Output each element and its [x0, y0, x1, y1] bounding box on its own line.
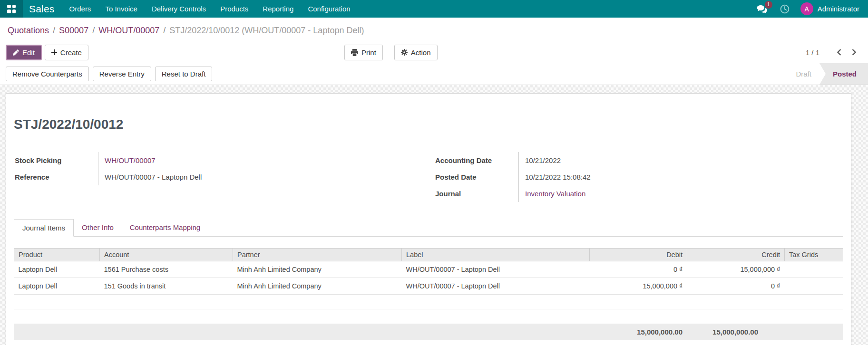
notebook-tabs: Journal Items Other Info Counterparts Ma…	[14, 219, 843, 237]
field-posted-date: Posted Date 10/21/2022 15:08:42	[434, 169, 843, 185]
messages-count-badge: 1	[765, 1, 772, 9]
field-journal: Journal Inventory Valuation	[434, 185, 843, 202]
action-button[interactable]: Action	[394, 45, 438, 60]
cell-credit: 0 ₫	[687, 278, 785, 294]
odoo-window: Sales Orders To Invoice Delivery Control…	[0, 0, 868, 345]
cell-label: WH/OUT/00007 - Laptopn Dell	[402, 261, 590, 278]
status-posted[interactable]: Posted	[819, 63, 868, 85]
cell-partner: Minh Anh Limited Company	[233, 278, 402, 294]
pencil-icon	[13, 49, 19, 56]
empty-cell	[14, 294, 843, 309]
cell-tax-grids	[785, 278, 843, 294]
accounting-date-value: 10/21/2022	[519, 152, 561, 169]
create-button[interactable]: Create	[45, 45, 88, 60]
column-header-debit[interactable]: Debit	[590, 248, 687, 261]
chevron-right-icon	[851, 48, 857, 56]
table-empty-row[interactable]	[14, 294, 843, 309]
cell-debit: 15,000,000 ₫	[590, 278, 687, 294]
column-header-tax-grids[interactable]: Tax Grids	[785, 248, 843, 261]
stock-picking-link[interactable]: WH/OUT/00007	[98, 152, 156, 169]
reset-to-draft-button[interactable]: Reset to Draft	[155, 67, 213, 81]
field-groups: Stock Picking WH/OUT/00007 Reference WH/…	[14, 152, 843, 202]
column-header-credit[interactable]: Credit	[687, 248, 785, 261]
activities-button[interactable]	[774, 0, 796, 18]
print-button[interactable]: Print	[344, 45, 383, 60]
field-label: Posted Date	[434, 169, 519, 185]
user-name[interactable]: Administrator	[813, 5, 862, 13]
column-header-label[interactable]: Label	[402, 248, 590, 261]
breadcrumb: Quotations / S00007 / WH/OUT/00007 / STJ…	[0, 18, 868, 41]
topnav-item-configuration[interactable]: Configuration	[301, 0, 357, 18]
totals-row: 15,000,000.00 15,000,000.00	[14, 324, 843, 340]
cell-product: Laptopn Dell	[14, 261, 100, 278]
cell-credit: 15,000,000 ₫	[687, 261, 785, 278]
plus-icon	[51, 49, 57, 55]
printer-icon	[351, 49, 358, 56]
cell-partner: Minh Anh Limited Company	[233, 261, 402, 278]
cell-label: WH/OUT/00007 - Laptopn Dell	[402, 278, 590, 294]
breadcrumb-quotations[interactable]: Quotations	[8, 26, 49, 36]
cell-account: 1561 Purchase costs	[100, 261, 233, 278]
column-header-account[interactable]: Account	[100, 248, 233, 261]
cell-product: Laptopn Dell	[14, 278, 100, 294]
topnav-item-reporting[interactable]: Reporting	[255, 0, 301, 18]
field-stock-picking: Stock Picking WH/OUT/00007	[14, 152, 423, 169]
record-action-buttons: Print Action	[344, 45, 438, 60]
edit-button[interactable]: Edit	[6, 45, 42, 60]
breadcrumb-separator: /	[88, 26, 98, 36]
form-view-background: STJ/2022/10/0012 Stock Picking WH/OUT/00…	[0, 85, 868, 345]
topnav-item-orders[interactable]: Orders	[62, 0, 98, 18]
statusbar: Draft Posted	[788, 63, 868, 85]
user-avatar[interactable]: A	[800, 2, 813, 15]
clock-icon	[780, 4, 790, 14]
create-button-label: Create	[60, 48, 82, 57]
pager-previous-button[interactable]	[832, 47, 847, 58]
tab-journal-items[interactable]: Journal Items	[14, 219, 74, 237]
apps-grid-icon	[7, 5, 16, 13]
table-row[interactable]: Laptopn Dell 1561 Purchase costs Minh An…	[14, 261, 843, 278]
journal-link[interactable]: Inventory Valuation	[519, 185, 585, 202]
chevron-left-icon	[837, 48, 842, 56]
cell-account: 151 Goods in transit	[100, 278, 233, 294]
cell-tax-grids	[785, 261, 843, 278]
status-draft[interactable]: Draft	[788, 63, 819, 85]
apps-menu-button[interactable]	[0, 0, 23, 18]
breadcrumb-separator: /	[159, 26, 169, 36]
field-label: Journal	[434, 185, 519, 202]
action-button-label: Action	[411, 48, 431, 57]
reverse-entry-button[interactable]: Reverse Entry	[93, 67, 151, 81]
pager-count: 1 / 1	[806, 48, 819, 57]
page-title: STJ/2022/10/0012	[14, 117, 843, 132]
breadcrumb-s00007[interactable]: S00007	[59, 26, 88, 36]
field-reference: Reference WH/OUT/00007 - Laptopn Dell	[14, 169, 423, 185]
field-label: Accounting Date	[434, 152, 519, 169]
column-header-product[interactable]: Product	[14, 248, 100, 261]
field-label: Stock Picking	[14, 152, 98, 169]
edit-button-label: Edit	[22, 48, 35, 57]
topnav-item-products[interactable]: Products	[213, 0, 255, 18]
tab-counterparts-mapping[interactable]: Counterparts Mapping	[122, 219, 208, 236]
total-debit: 15,000,000.00	[589, 324, 687, 340]
topnav-item-delivery-controls[interactable]: Delivery Controls	[145, 0, 213, 18]
top-navbar: Sales Orders To Invoice Delivery Control…	[0, 0, 868, 18]
form-sheet: STJ/2022/10/0012 Stock Picking WH/OUT/00…	[6, 93, 851, 345]
field-group-right: Accounting Date 10/21/2022 Posted Date 1…	[434, 152, 843, 202]
pager: 1 / 1	[806, 47, 861, 58]
column-header-partner[interactable]: Partner	[233, 248, 402, 261]
breadcrumb-separator: /	[49, 26, 59, 36]
cell-debit: 0 ₫	[590, 261, 687, 278]
top-menu: Orders To Invoice Delivery Controls Prod…	[62, 0, 358, 18]
table-row[interactable]: Laptopn Dell 151 Goods in transit Minh A…	[14, 278, 843, 294]
breadcrumb-wh-out[interactable]: WH/OUT/00007	[98, 26, 159, 36]
print-button-label: Print	[361, 48, 376, 57]
topnav-item-to-invoice[interactable]: To Invoice	[98, 0, 145, 18]
tab-other-info[interactable]: Other Info	[74, 219, 122, 236]
reference-value: WH/OUT/00007 - Laptopn Dell	[98, 169, 202, 185]
remove-counterparts-button[interactable]: Remove Counterparts	[6, 67, 89, 81]
table-header-row: Product Account Partner Label Debit Cred…	[14, 248, 843, 261]
app-name[interactable]: Sales	[23, 3, 62, 15]
messages-button[interactable]: 1	[751, 0, 774, 18]
pager-next-button[interactable]	[847, 47, 861, 58]
total-credit: 15,000,000.00	[687, 324, 784, 340]
control-panel: Edit Create Print	[0, 41, 868, 63]
